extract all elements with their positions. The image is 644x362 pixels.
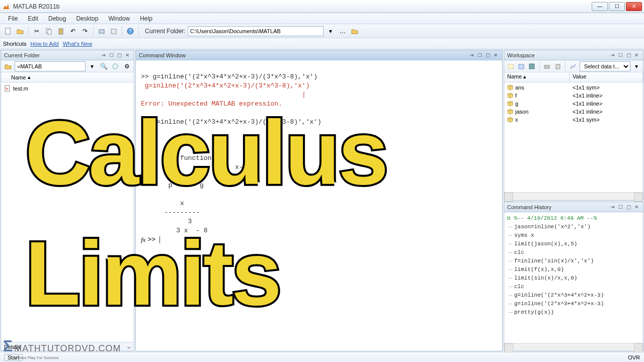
file-row[interactable]: fx test.m [4,84,131,93]
svg-rect-14 [544,65,549,68]
undo-icon[interactable]: ↶ [68,26,78,36]
command-window-title: Command Window [139,52,186,58]
cursor [159,236,160,243]
svg-point-8 [113,64,118,69]
panel-undock-icon[interactable]: ☐ [617,204,624,211]
ws-import-icon[interactable] [517,61,525,71]
panel-maximize-icon[interactable]: ▢ [625,204,632,211]
workspace-panel: Workspace ⇥ ☐ ▢ ✕ Select data t... ▾ [504,50,643,201]
panel-undock-icon[interactable]: ☐ [617,52,624,59]
minimize-button[interactable]: — [592,2,608,11]
cut-icon[interactable]: ✂ [32,26,42,36]
menu-help[interactable]: Help [135,14,157,23]
workspace-variable-row[interactable]: g<1x1 inline> [504,100,643,108]
cf-find-icon[interactable] [110,61,120,71]
folder-dropdown-icon[interactable]: ▾ [326,26,336,36]
panel-close-icon[interactable]: ✕ [633,52,640,59]
ovr-indicator: OVR [628,354,640,360]
go-up-folder-icon[interactable] [350,26,360,36]
history-entry[interactable]: pretty(g(x)) [507,308,640,317]
horizontal-scrollbar[interactable] [504,192,643,200]
help-icon[interactable]: ? [125,26,135,36]
panel-maximize-icon[interactable]: ▢ [625,52,632,59]
panel-undock-icon[interactable]: ☐ [108,52,115,59]
panel-undock-icon[interactable]: ☐ [476,52,483,59]
history-entry[interactable]: jason=inline('x^2','x') [507,223,640,231]
shortcuts-howto[interactable]: How to Add [30,41,58,47]
history-entry[interactable]: limit(sin(x)/x,x,0) [507,274,640,283]
command-history-body[interactable]: ⊟ %-- 4/10/2012 8:49 AM --% jason=inline… [504,212,643,343]
current-folder-input[interactable] [188,26,324,36]
history-entry[interactable]: syms x [507,231,640,240]
maximize-button[interactable]: ☐ [609,2,625,11]
panel-close-icon[interactable]: ✕ [492,52,499,59]
panel-close-icon[interactable]: ✕ [124,52,131,59]
cf-search-icon[interactable]: 🔍 [99,61,109,71]
svg-rect-11 [508,64,513,69]
variable-icon [507,93,513,99]
details-chevron-icon[interactable]: ⌵ [127,343,131,350]
horizontal-scrollbar[interactable] [504,343,643,351]
command-window-body[interactable]: >> g=inline('(2*x^3+4*x^2+x-3)/(3*x^3-8)… [136,60,502,351]
ws-save-icon[interactable] [528,61,536,71]
panel-maximize-icon[interactable]: ▢ [116,52,123,59]
copy-icon[interactable] [44,26,54,36]
history-entry[interactable]: clc [507,283,640,291]
menu-file[interactable]: File [3,14,23,23]
matlab-icon [2,3,10,11]
guide-icon[interactable] [109,26,119,36]
workspace-body: ans<1x1 sym>f<1x1 inline>g<1x1 inline>ja… [504,82,643,192]
ws-new-icon[interactable] [506,61,515,71]
cf-name-header[interactable]: Name [11,74,26,80]
svg-rect-2 [48,30,51,34]
fx-icon[interactable]: fx [141,235,145,244]
history-entry[interactable]: f=inline('sin(x)/x','x') [507,257,640,265]
ws-dropdown-icon[interactable]: ▾ [632,61,641,71]
open-icon[interactable] [15,26,25,36]
cf-dropdown-icon[interactable]: ▾ [87,61,97,71]
menu-window[interactable]: Window [103,14,135,23]
svg-text:fx: fx [6,87,9,90]
sort-asc-icon[interactable]: ▴ [28,74,31,80]
ws-select-data[interactable]: Select data t... [580,61,630,71]
menu-debug[interactable]: Debug [43,14,71,23]
panel-dock-icon[interactable]: ⇥ [468,52,475,59]
history-entry[interactable]: limit(jason(x),x,5) [507,240,640,248]
folder-icon[interactable] [3,61,13,71]
workspace-variable-row[interactable]: ans<1x1 sym> [504,83,643,92]
menu-desktop[interactable]: Desktop [71,14,103,23]
cf-location[interactable]: « MATLAB [15,61,86,71]
new-icon[interactable] [3,26,13,36]
redo-icon[interactable]: ↷ [80,26,90,36]
history-entry[interactable]: limit(f(x),x,0) [507,265,640,274]
workspace-variable-row[interactable]: jason<1x1 inline> [504,108,643,116]
history-entry[interactable]: clc [507,248,640,257]
workspace-variable-row[interactable]: f<1x1 inline> [504,92,643,100]
shortcuts-bar: Shortcuts How to Add What's New [0,38,644,49]
panel-close-icon[interactable]: ✕ [633,204,640,211]
ws-name-header[interactable]: Name [507,73,522,79]
menu-edit[interactable]: Edit [23,14,43,23]
panel-dock-icon[interactable]: ⇥ [609,204,616,211]
ws-print-icon[interactable] [543,61,551,71]
command-history-panel: Command History ⇥ ☐ ▢ ✕ ⊟ %-- 4/10/2012 … [504,202,643,351]
workspace-variable-row[interactable]: x<1x1 sym> [504,116,643,124]
history-entry[interactable]: g=inline('(2*x^3+4*x^2+x-3) [507,300,640,308]
panel-maximize-icon[interactable]: ▢ [484,52,491,59]
paste-icon[interactable] [56,26,66,36]
browse-folder-icon[interactable]: … [338,26,348,36]
panel-dock-icon[interactable]: ⇥ [609,52,616,59]
ws-plot-icon[interactable] [569,61,577,71]
panel-dock-icon[interactable]: ⇥ [100,52,107,59]
ws-value-header[interactable]: Value [570,72,643,82]
shortcuts-whatsnew[interactable]: What's New [63,41,92,47]
menu-bar: File Edit Debug Desktop Window Help [0,13,644,24]
close-button[interactable]: ✕ [626,2,642,11]
history-entry[interactable]: g=inline('(2*x^3+4*x^2+x-3) [507,291,640,300]
cf-gear-icon[interactable]: ⚙ [122,61,132,71]
svg-text:?: ? [129,29,132,34]
svg-rect-5 [111,29,116,34]
ws-delete-icon[interactable] [553,61,562,71]
command-history-title: Command History [507,204,551,210]
simulink-icon[interactable] [97,26,107,36]
